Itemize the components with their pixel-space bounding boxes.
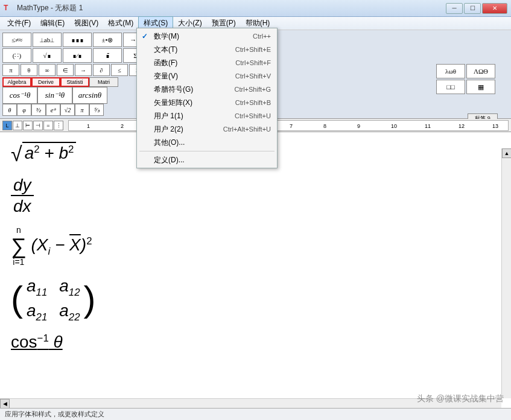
palette-matrix[interactable]: □□ [436,80,465,94]
scroll-left-icon[interactable]: ◀ [0,399,10,409]
scrollbar-vertical[interactable]: ▲ [501,148,511,398]
ruler-btn-more[interactable]: ⋮ [54,121,63,130]
ruler-btn-left[interactable]: L [2,121,12,130]
watermark: 头条 @微课实战集中营 [417,393,504,404]
toolbar-area: ≤≠≈ ⟂ab⟂ ∎∎∎ ±•⊗ →⇔↓ (∷) √∎ ∎⁄∎ ∎̄ Σ∎ π … [0,30,511,119]
maximize-button[interactable]: ☐ [464,3,481,14]
dd-user2[interactable]: 用户 2(2)Ctrl+Alt+Shift+U [138,122,276,136]
scroll-up-icon[interactable]: ▲ [502,148,511,158]
window-title: MathType - 无标题 1 [17,3,445,13]
sym-partial[interactable]: ∂ [93,64,110,76]
ruler-btn-dec[interactable]: ⊣ [33,121,43,130]
eq-dydx: dydx [11,175,500,217]
palette-fences[interactable]: (∷) [2,48,31,63]
mini-phi[interactable]: φ [17,104,31,116]
tab-statistics[interactable]: Statisti [60,77,89,87]
menu-view[interactable]: 视图(V) [69,17,103,30]
dd-variable[interactable]: 变量(V)Ctrl+Shift+V [138,69,276,83]
func-acos[interactable]: cos⁻¹θ [2,87,37,104]
mini-ea[interactable]: eᵃ [46,104,60,116]
titlebar: T MathType - 无标题 1 ─ ☐ ✕ [0,0,511,17]
sym-arrow[interactable]: → [75,64,92,76]
dd-define[interactable]: 定义(D)... [138,153,276,167]
palette-grid[interactable]: ▦ [466,80,495,94]
mini-pi[interactable]: π [75,104,89,116]
sym-infinity[interactable]: ∞ [39,64,56,76]
close-button[interactable]: ✕ [482,3,507,14]
ruler-btn-right[interactable]: ⊢ [23,121,33,130]
menu-file[interactable]: 文件(F) [2,17,36,30]
palette-greek-lower[interactable]: λωθ [436,64,465,78]
sym-pi[interactable]: π [2,64,19,76]
app-icon: T [4,4,13,13]
tab-derive[interactable]: Derive [31,77,60,87]
dd-separator [139,151,275,151]
ruler[interactable]: 12345678910111213 [68,120,509,131]
dd-greek[interactable]: 希腊符号(G)Ctrl+Shift+G [138,83,276,96]
palette-embellish[interactable]: ∎∎∎ [63,33,92,47]
dd-text[interactable]: 文本(T)Ctrl+Shift+E [138,43,276,56]
sym-le[interactable]: ≤ [111,64,128,76]
mini-sqrt2[interactable]: √2 [60,104,75,116]
minimize-button[interactable]: ─ [446,3,463,14]
palette-radical[interactable]: √∎ [33,48,62,63]
palette-relations[interactable]: ≤≠≈ [2,33,31,47]
dd-vector-matrix[interactable]: 矢量矩阵(X)Ctrl+Shift+B [138,96,276,109]
right-palette: λωθ ΛΩΘ □□ ▦ [436,64,495,94]
mini-theta[interactable]: θ [2,104,17,116]
menu-format[interactable]: 格式(M) [103,17,138,30]
eq-cos: cos−1 θ [11,332,500,352]
mini-frac32[interactable]: ³⁄₂ [31,104,46,116]
sym-theta[interactable]: θ [21,64,37,76]
dd-math[interactable]: ✓数学(M)Ctrl++ [138,30,276,43]
palette-fraction[interactable]: ∎⁄∎ [63,48,92,63]
dd-function[interactable]: 函数(F)Ctrl+Shift+F [138,56,276,69]
eq-sum: n∑i=1 (Xi − X)2 [11,225,500,267]
sym-elementof[interactable]: ∈ [57,64,74,76]
func-asin[interactable]: sin⁻¹θ [37,87,72,104]
style-dropdown: ✓数学(M)Ctrl++ 文本(T)Ctrl+Shift+E 函数(F)Ctrl… [136,28,278,168]
eq-matrix: ( a11a12 a21a22 ) [11,276,500,324]
palette-greek-upper[interactable]: ΛΩΘ [466,64,495,78]
palette-spaces[interactable]: ⟂ab⟂ [33,33,62,47]
ruler-btn-align[interactable]: = [43,121,53,130]
tab-algebra[interactable]: Algebra [2,77,31,87]
palette-overbar[interactable]: ∎̄ [93,48,122,63]
ruler-btn-center[interactable]: ⊥ [13,121,22,130]
statusbar: 应用字体和样式，或更改样式定义 [0,408,511,420]
palette-operators[interactable]: ±•⊗ [93,33,122,47]
tab-matrices[interactable]: Matri [89,77,118,87]
mini-frac53[interactable]: ⁵⁄₃ [89,104,104,116]
menu-edit[interactable]: 编辑(E) [36,17,69,30]
check-icon: ✓ [142,32,148,40]
dd-user1[interactable]: 用户 1(1)Ctrl+Shift+U [138,109,276,122]
dd-other[interactable]: 其他(O)... [138,136,276,149]
status-text: 应用字体和样式，或更改样式定义 [5,410,104,419]
func-arcsin[interactable]: arcsinθ [72,87,107,104]
